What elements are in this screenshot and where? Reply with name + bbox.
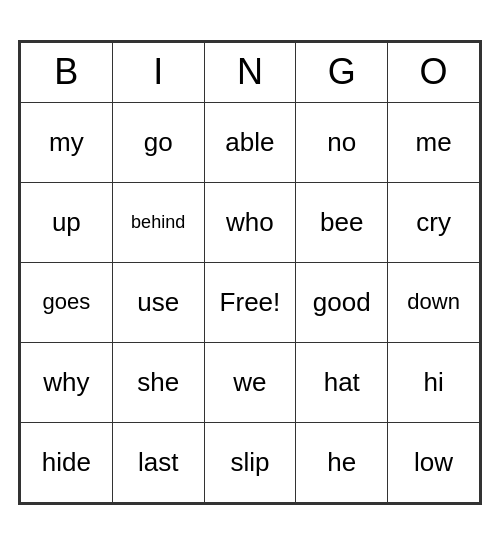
cell-r4-c3: he (296, 422, 388, 502)
cell-r1-c2: who (204, 182, 296, 262)
cell-r3-c2: we (204, 342, 296, 422)
table-row: whyshewehathi (21, 342, 480, 422)
cell-r2-c3: good (296, 262, 388, 342)
header-row: B I N G O (21, 42, 480, 102)
table-row: mygoablenome (21, 102, 480, 182)
bingo-card: B I N G O mygoablenomeupbehindwhobeecryg… (18, 40, 482, 505)
cell-r1-c3: bee (296, 182, 388, 262)
cell-r2-c1: use (112, 262, 204, 342)
cell-r4-c1: last (112, 422, 204, 502)
cell-r1-c1: behind (112, 182, 204, 262)
cell-r3-c4: hi (388, 342, 480, 422)
col-o: O (388, 42, 480, 102)
col-b: B (21, 42, 113, 102)
cell-r3-c0: why (21, 342, 113, 422)
cell-r4-c4: low (388, 422, 480, 502)
cell-r1-c4: cry (388, 182, 480, 262)
table-row: upbehindwhobeecry (21, 182, 480, 262)
col-n: N (204, 42, 296, 102)
cell-r0-c2: able (204, 102, 296, 182)
cell-r3-c3: hat (296, 342, 388, 422)
cell-r2-c0: goes (21, 262, 113, 342)
cell-r2-c2: Free! (204, 262, 296, 342)
cell-r1-c0: up (21, 182, 113, 262)
cell-r0-c1: go (112, 102, 204, 182)
cell-r4-c0: hide (21, 422, 113, 502)
cell-r2-c4: down (388, 262, 480, 342)
table-row: goesuseFree!gooddown (21, 262, 480, 342)
table-row: hidelastsliphelow (21, 422, 480, 502)
cell-r3-c1: she (112, 342, 204, 422)
cell-r4-c2: slip (204, 422, 296, 502)
col-i: I (112, 42, 204, 102)
col-g: G (296, 42, 388, 102)
cell-r0-c0: my (21, 102, 113, 182)
cell-r0-c3: no (296, 102, 388, 182)
cell-r0-c4: me (388, 102, 480, 182)
